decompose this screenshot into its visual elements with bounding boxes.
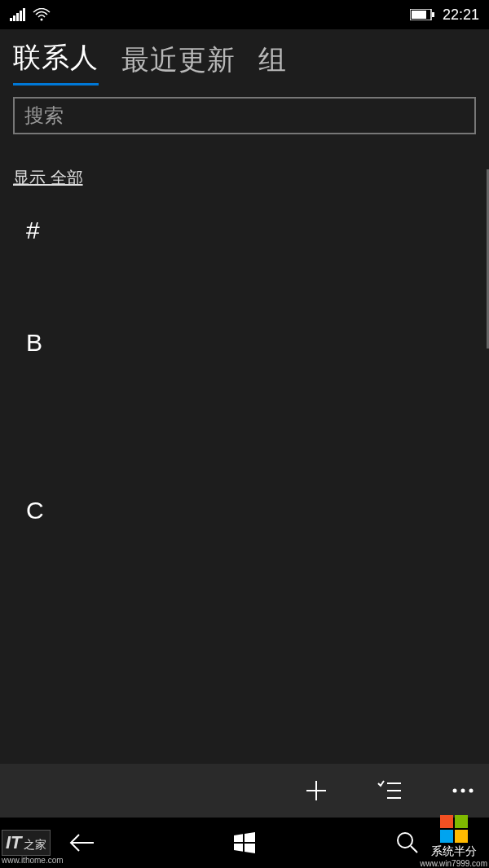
watermark-text: 系统半分	[420, 844, 487, 859]
svg-rect-4	[23, 8, 25, 21]
svg-point-16	[469, 789, 474, 793]
back-arrow-icon	[68, 833, 95, 853]
svg-rect-3	[20, 11, 22, 21]
svg-rect-0	[10, 18, 12, 21]
svg-rect-1	[13, 15, 15, 21]
search-container	[0, 85, 489, 146]
microsoft-logo-icon	[440, 815, 468, 843]
tab-contacts[interactable]: 联系人	[13, 39, 99, 85]
watermark-left: IT 之家 www.ithome.com	[2, 830, 64, 865]
more-button[interactable]	[443, 771, 482, 810]
svg-rect-7	[412, 11, 426, 19]
filter-link[interactable]: 显示 全部	[13, 169, 83, 186]
section-header[interactable]: B	[13, 309, 476, 366]
tab-groups[interactable]: 组	[258, 42, 287, 85]
plus-icon	[304, 778, 328, 803]
svg-marker-19	[244, 832, 255, 842]
svg-point-5	[41, 19, 43, 21]
command-bar	[0, 764, 489, 818]
contact-list[interactable]: # B C	[0, 197, 489, 534]
svg-point-14	[453, 789, 457, 793]
list-item	[13, 422, 476, 477]
status-bar: 22:21	[0, 0, 489, 29]
watermark-brand-suffix: 之家	[24, 838, 46, 853]
list-item	[13, 254, 476, 309]
home-button[interactable]	[204, 822, 285, 863]
filter-container: 显示 全部	[0, 146, 489, 197]
svg-rect-8	[432, 12, 434, 17]
wifi-icon	[33, 8, 51, 21]
app-content: 联系人 最近更新 组 显示 全部 # B C	[0, 29, 489, 764]
status-left	[10, 8, 51, 21]
section-header[interactable]: #	[13, 197, 476, 254]
ellipsis-icon	[452, 787, 474, 794]
watermark-url-right: www.win7999.com	[420, 859, 487, 868]
svg-line-23	[411, 846, 417, 853]
signal-icon	[10, 8, 26, 21]
search-input[interactable]	[13, 97, 476, 134]
add-button[interactable]	[297, 771, 336, 810]
tabs: 联系人 最近更新 组	[0, 29, 489, 85]
list-item	[13, 366, 476, 422]
search-icon	[396, 831, 419, 854]
watermark-brand: IT	[6, 832, 22, 853]
checklist-icon	[377, 780, 402, 801]
windows-icon	[234, 832, 255, 853]
svg-rect-2	[16, 13, 19, 21]
svg-point-15	[461, 789, 465, 793]
svg-point-22	[398, 833, 412, 848]
status-right: 22:21	[410, 7, 479, 24]
svg-marker-18	[234, 834, 243, 842]
svg-marker-20	[234, 844, 243, 852]
svg-marker-21	[244, 844, 255, 853]
filter-button[interactable]	[370, 771, 409, 810]
watermark-right: 系统半分 www.win7999.com	[420, 815, 487, 868]
section-header[interactable]: C	[13, 477, 476, 534]
tab-recent[interactable]: 最近更新	[121, 42, 236, 85]
watermark-url: www.ithome.com	[2, 856, 64, 865]
status-time: 22:21	[443, 7, 479, 24]
battery-icon	[410, 9, 434, 20]
nav-bar	[0, 818, 489, 868]
